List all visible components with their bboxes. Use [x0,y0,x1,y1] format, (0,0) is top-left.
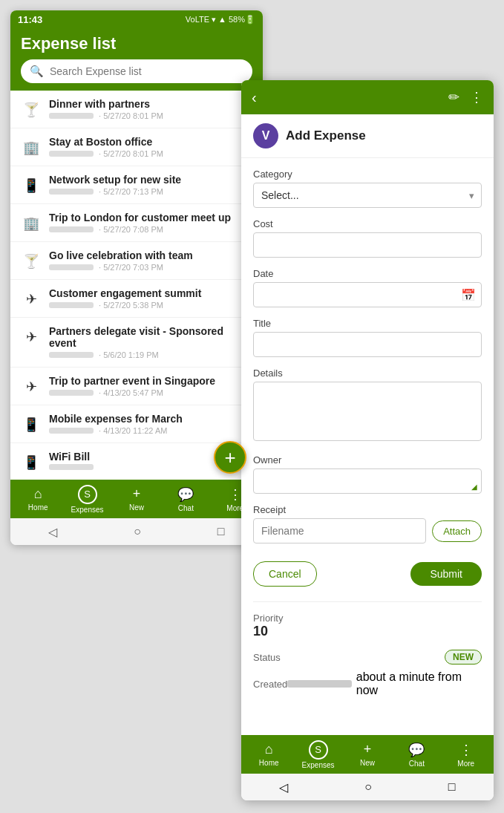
back-android-icon-right[interactable]: ◁ [279,780,288,794]
expense-item-date: · 4/13/20 11:22 AM [96,426,167,435]
expense-item-meta-block [49,226,94,232]
list-item[interactable]: 🍸 Dinner with partners · 5/27/20 8:01 PM [10,91,263,128]
nav-more-label-right: More [457,760,474,768]
list-item[interactable]: ✈ Trip to partner event in Singapore · 4… [10,368,263,405]
expense-item-icon: 📱 [21,414,42,435]
expense-item-meta-block [49,113,94,119]
search-bar[interactable]: 🔍 [21,59,252,83]
list-item[interactable]: 📱 Network setup for new site · 5/27/20 7… [10,166,263,204]
list-item[interactable]: 🏢 Trip to London for customer meet up · … [10,204,263,242]
nav-expenses[interactable]: S Expenses [70,485,105,514]
nav-chat-right[interactable]: 💬 Chat [399,742,434,768]
expense-item-meta: · 5/27/20 8:01 PM [49,111,252,120]
expense-item-title: Partners delegate visit - Sponsored even… [49,325,252,349]
form-title: Add Expense [286,128,366,143]
bottom-nav-right: ⌂ Home S Expenses + New 💬 Chat ⋮ More [241,735,494,774]
list-item[interactable]: ✈ Customer engagement summit · 5/27/20 5… [10,280,263,318]
expense-item-meta: · 5/6/20 1:19 PM [49,350,252,359]
list-item[interactable]: 🍸 Go live celebration with team · 5/27/2… [10,242,263,280]
nav-expenses-right[interactable]: S Expenses [301,740,336,769]
nav-home-label-right: Home [259,759,279,767]
form-body: Category Select... Cost Date 📅 [241,158,494,735]
expense-item-meta: · 4/13/20 5:47 PM [49,388,252,397]
expense-item-date: · 5/27/20 8:01 PM [96,111,163,120]
expense-item-meta-block [49,151,94,157]
back-android-icon[interactable]: ◁ [48,525,57,539]
cancel-button[interactable]: Cancel [253,561,317,587]
details-textarea[interactable] [253,382,482,441]
expense-item-meta-block [49,189,94,195]
list-item[interactable]: 🏢 Stay at Boston office · 5/27/20 8:01 P… [10,128,263,166]
expense-item-meta-block [49,464,94,470]
expense-item-date: · 4/13/20 5:47 PM [96,388,163,397]
status-time: 11:43 [18,14,42,25]
more-options-icon[interactable]: ⋮ [470,89,483,105]
expense-item-content: Go live celebration with team · 5/27/20 … [49,249,252,272]
add-expense-fab[interactable]: + [214,441,246,474]
submit-button[interactable]: Submit [410,562,482,586]
nav-home[interactable]: ⌂ Home [20,486,56,512]
priority-group: Priority 10 [253,613,482,639]
header-actions: ✏ ⋮ [448,89,483,105]
new-icon-right: + [364,742,372,757]
expense-item-title: Trip to London for customer meet up [49,212,252,223]
date-label: Date [253,268,482,279]
filename-input[interactable] [253,518,426,543]
nav-home-right[interactable]: ⌂ Home [251,742,287,767]
list-item[interactable]: 📱 Mobile expenses for March · 4/13/20 11… [10,405,263,443]
priority-label: Priority [253,613,482,624]
title-group: Title [253,318,482,357]
edit-icon[interactable]: ✏ [448,89,459,105]
expense-item-title: Mobile expenses for March [49,413,252,425]
search-input[interactable] [50,65,243,77]
attach-button[interactable]: Attach [432,520,482,542]
priority-value: 10 [253,624,482,639]
nav-chat[interactable]: 💬 Chat [168,486,203,512]
list-header: Expense list 🔍 [10,28,263,91]
calendar-icon[interactable]: 📅 [461,288,476,302]
expense-item-icon: 🍸 [21,99,42,120]
nav-home-label: Home [28,503,48,512]
details-label: Details [253,368,482,379]
home-android-icon-right[interactable]: ○ [364,780,372,794]
expense-item-title: Go live celebration with team [49,249,252,261]
expense-item-content: Trip to London for customer meet up · 5/… [49,212,252,234]
expense-item-icon: 🏢 [21,213,42,234]
date-input[interactable] [253,282,482,307]
nav-new-label-right: New [360,759,375,767]
nav-more-right[interactable]: ⋮ More [448,742,484,768]
owner-input[interactable] [253,468,482,494]
back-button[interactable]: ‹ [252,89,257,106]
category-group: Category Select... [253,169,482,208]
nav-new-right[interactable]: + New [350,742,385,767]
more-icon-right: ⋮ [459,742,473,758]
more-icon: ⋮ [229,486,242,503]
list-item[interactable]: ✈ Partners delegate visit - Sponsored ev… [10,318,263,368]
recents-android-icon[interactable]: □ [217,525,225,538]
status-bar: 11:43 VoLTE ▾ ▲ 58%🔋 [10,10,263,28]
title-input[interactable] [253,332,482,357]
status-icons: VoLTE ▾ ▲ 58%🔋 [186,15,255,25]
expense-list-panel: 11:43 VoLTE ▾ ▲ 58%🔋 Expense list 🔍 🍸 Di… [10,10,263,545]
created-label: Created [253,679,287,690]
category-select[interactable]: Select... [253,183,482,208]
expense-item-meta: · 4/13/20 11:22 AM [49,426,252,435]
expense-item-date: · 5/27/20 7:13 PM [96,187,163,196]
expense-item-icon: ✈ [21,289,42,310]
expense-item-meta-block [49,352,94,358]
avatar: V [253,123,278,148]
android-nav-left: ◁ ○ □ [10,518,263,545]
home-android-icon[interactable]: ○ [134,525,141,538]
nav-chat-label-right: Chat [409,760,425,768]
cost-label: Cost [253,218,482,229]
nav-new[interactable]: + New [119,486,154,512]
category-label: Category [253,169,482,180]
recents-android-icon-right[interactable]: □ [448,780,456,794]
expense-item-content: Partners delegate visit - Sponsored even… [49,325,252,359]
cost-input[interactable] [253,232,482,258]
status-label: Status [253,652,281,663]
expense-item-title: Trip to partner event in Singapore [49,375,252,387]
category-select-wrapper: Select... [253,183,482,208]
expense-item-date: · 5/27/20 5:38 PM [96,301,163,310]
expense-item-meta: · 5/27/20 5:38 PM [49,301,252,310]
